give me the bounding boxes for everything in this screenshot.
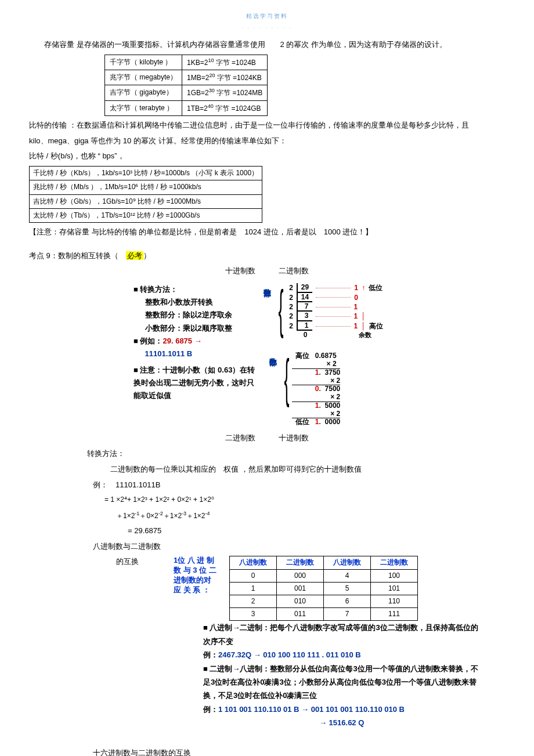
method-s1: 整数和小数放开转换 [134, 296, 261, 309]
octal-title: 八进制数与二进制数 [93, 541, 505, 553]
cell: 1MB=220 字节 =1024KB [182, 70, 268, 85]
rule1-example: 例：2467.32Q → 010 100 110 111 . 011 010 B [203, 648, 482, 661]
para-bit-transport: 比特的传输 ：在数据通信和计算机网络中传输二进位信息时，由于是一位一位串行传输的… [29, 120, 505, 132]
cell: 兆比特 / 秒（Mb/s ），1Mb/s=10⁶ 比特 / 秒 =1000kb/… [30, 180, 262, 194]
calc-diagram: 整数部分 { 2291 ↑低位 2140 271 231 │ 211 │高位 0… [261, 283, 383, 339]
cell: 吉字节（ gigabyte） [105, 85, 182, 100]
labels-bin-dec: 二进制数十进制数 [29, 432, 505, 444]
keypoint-9: 考点 9：数制的相互转换（ 必考） [29, 250, 505, 262]
bitrate-table: 千比特 / 秒（Kb/s），1kb/s=10³ 比特 / 秒=1000b/s （… [29, 166, 262, 223]
octal-left-label: 1位 八 进 制 数 与 3 位 二 进制数的对 应 关 系 ： [174, 556, 223, 595]
cell: 1TB=240 字节 =1024GB [182, 100, 268, 115]
page-header: 精选学习资料 [29, 12, 505, 21]
method-note: 注意：十进制小数（如 0.63）在转换时会出现二进制无穷小数，这时只能取近似值 [134, 364, 261, 402]
note-1024: 【注意：存储容量 与比特的传输 的单位都是比特，但是前者是 1024 进位，后者… [29, 226, 505, 238]
cell: 兆字节（ megabyte） [105, 70, 182, 85]
method-s3: 小数部分：乘以2顺序取整 [134, 322, 261, 335]
int-division: 2291 ↑低位 2140 271 231 │ 211 │高位 0余数 [286, 283, 383, 339]
para-bps: 比特 / 秒(b/s)，也称 “ bps”， [29, 150, 505, 162]
ex-result: = 29.6875 [128, 525, 505, 537]
rule2-example-2: → 1516.62 Q [319, 716, 482, 729]
para-kilo-mega: kilo、mega、giga 等也作为 10 的幂次 计算。经常使用的传输速率单… [29, 135, 505, 147]
cell: 1GB=230 字节 =1024MB [182, 85, 268, 100]
octal-table: 八进制数二进制数八进制数二进制数 00004100 10015101 20106… [229, 556, 418, 621]
highlight-bikao: 必考 [126, 251, 143, 260]
ex-label: 例： 11101.1011B [93, 479, 505, 491]
ex-line2: ＋1×2-1＋0×2-2＋1×2-3＋1×2-4 [116, 509, 505, 522]
para-storage: 存储容量 是存储器的一项重要指标。计算机内存储器容量通常使用 2 的幂次 作为单… [29, 39, 505, 51]
rule-oct-to-bin: 八进制→二进制：把每个八进制数字改写成等值的3位二进制数，且保持高低位的次序不变 [203, 621, 482, 648]
cell: 吉比特 / 秒（Gb/s），1Gb/s=10⁹ 比特 / 秒 =1000Mb/s [30, 194, 262, 208]
storage-table: 千字节（ kilobyte ）1KB=210 字节 =1024B 兆字节（ me… [104, 55, 268, 116]
frac-diagram: 小数部分 { 高位0.6875× 2 1. 3750× 2 0. 7500× 2… [267, 352, 505, 426]
octal-sub: 的互换 [116, 556, 139, 568]
method-s2: 整数部分：除以2逆序取余 [134, 309, 261, 321]
page-header-sub: - - - - - - - - - [29, 24, 505, 31]
cell: 千字节（ kilobyte ） [105, 55, 182, 70]
cell: 1KB=210 字节 =1024B [182, 55, 268, 70]
cell: 千比特 / 秒（Kb/s），1kb/s=10³ 比特 / 秒=1000b/s （… [30, 167, 262, 180]
rule-bin-to-oct: 二进制→八进制：整数部分从低位向高位每3位用一个等值的八进制数来替换，不足3位时… [203, 662, 482, 703]
octal-rules: 八进制→二进制：把每个八进制数字改写成等值的3位二进制数，且保持高低位的次序不变… [203, 621, 482, 729]
hex-title: 十六进制数与二进制数的互换 [93, 747, 505, 757]
rule2-example: 例：1 101 001 110.110 01 B → 001 101 001 1… [203, 703, 482, 716]
method-result: 11101.1011 B [134, 348, 261, 360]
labels-dec-bin: 十进制数二进制数 [29, 265, 505, 277]
cell: 太字节（ terabyte ） [105, 100, 182, 115]
conv-title: 转换方法： [87, 448, 505, 460]
cell: 太比特 / 秒（Tb/s），1Tb/s=10¹² 比特 / 秒 =1000Gb/… [30, 208, 262, 222]
conv-rule: 二进制数的每一位乘以其相应的 权值 ，然后累加即可得到它的十进制数值 [110, 464, 505, 476]
method-title: 转换方法： [134, 283, 261, 296]
ex-line1: = 1 ×2⁴+ 1×2³ + 1×2² + 0×2¹ + 1×2⁰ [104, 494, 505, 505]
method-example: 例如：29. 6875 → [134, 335, 261, 348]
